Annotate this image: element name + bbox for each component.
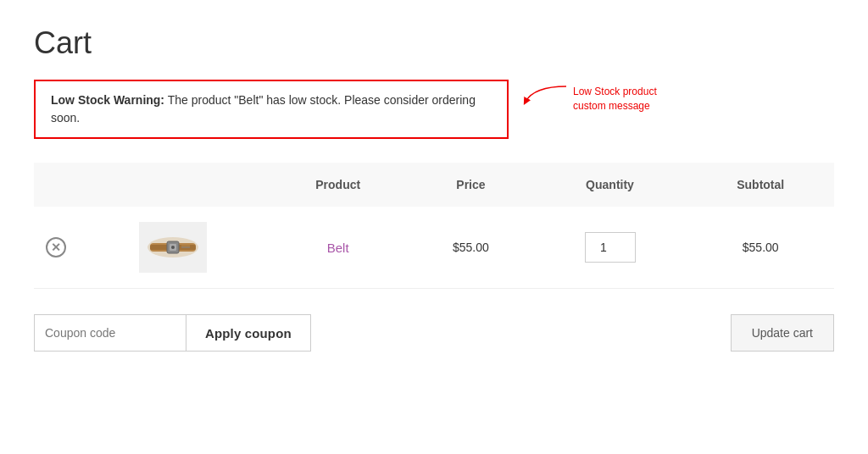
header-remove	[34, 163, 78, 207]
header-price: Price	[409, 163, 532, 207]
product-name-link[interactable]: Belt	[327, 241, 349, 255]
quantity-input[interactable]	[585, 232, 636, 263]
remove-cell: ✕	[34, 207, 78, 289]
header-product: Product	[267, 163, 409, 207]
product-image-cell	[78, 207, 267, 289]
product-thumbnail	[139, 222, 207, 273]
table-header-row: Product Price Quantity Subtotal	[34, 163, 834, 207]
coupon-input[interactable]	[34, 314, 186, 352]
belt-image	[143, 226, 203, 269]
quantity-cell	[533, 207, 687, 289]
arrow-icon	[517, 83, 568, 108]
low-stock-area: Low Stock Warning: The product "Belt" ha…	[34, 80, 834, 139]
subtotal-cell: $55.00	[687, 207, 834, 289]
header-image	[78, 163, 267, 207]
page-title: Cart	[34, 25, 834, 61]
low-stock-warning-box: Low Stock Warning: The product "Belt" ha…	[34, 80, 509, 139]
update-cart-button[interactable]: Update cart	[731, 314, 834, 352]
svg-point-5	[171, 246, 175, 249]
low-stock-label: Low Stock Warning:	[51, 93, 164, 107]
product-name-cell: Belt	[267, 207, 409, 289]
product-price-cell: $55.00	[409, 207, 532, 289]
arrow-annotation: Low Stock product custom message	[517, 80, 683, 114]
apply-coupon-button[interactable]: Apply coupon	[186, 314, 311, 352]
cart-table: Product Price Quantity Subtotal ✕	[34, 163, 834, 289]
remove-item-button[interactable]: ✕	[46, 237, 66, 257]
header-subtotal: Subtotal	[687, 163, 834, 207]
remove-icon: ✕	[46, 237, 66, 257]
coupon-area: Apply coupon	[34, 314, 311, 352]
cart-actions: Apply coupon Update cart	[34, 314, 834, 352]
header-quantity: Quantity	[533, 163, 687, 207]
annotation-text: Low Stock product custom message	[573, 83, 683, 114]
table-row: ✕	[34, 207, 834, 289]
